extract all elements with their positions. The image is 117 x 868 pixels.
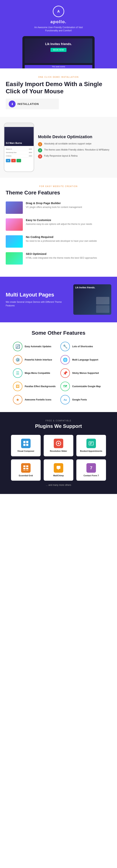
- other-feature-1: 🔧 Lots of Shortcodes: [60, 342, 104, 351]
- laptop-heading: Lik Invites friends.: [28, 42, 89, 46]
- laptop-book-btn[interactable]: BOOK NOW: [51, 48, 66, 52]
- core-feature-3: No Coding Required No need to be a profe…: [6, 235, 111, 248]
- phone-row-1: Debut #14000: [6, 148, 32, 151]
- phone-row-3: It Works2000: [6, 154, 32, 158]
- plugin-icon-0: [21, 439, 31, 448]
- other-icon-3: 🌐: [60, 355, 70, 365]
- other-icon-1: 🔧: [60, 342, 70, 351]
- other-label-4: Mega Menu Compatible: [25, 372, 50, 374]
- plugins-section: FREE & COMPATIBLE Plugins We Support Vis…: [0, 412, 117, 494]
- logo-circle: A: [53, 6, 64, 17]
- phone-btn-3[interactable]: +: [17, 159, 21, 162]
- core-text-4: SEO Optimized HTML code integrated into …: [26, 252, 97, 259]
- install-label: INSTALLATION: [18, 102, 39, 105]
- core-features-section: FOR EASY WEBSITE CREATION Theme Core Fea…: [0, 178, 117, 277]
- feature-num-2: 2: [38, 148, 42, 152]
- mobile-feature-1: 1 Absolutely all scrollable sections sup…: [38, 142, 113, 146]
- plugin-name-2: Booked Appointments: [80, 450, 103, 452]
- phone-content: Debut #14000 Somebody Else3000 It Works2…: [4, 146, 34, 164]
- svg-rect-6: [23, 465, 25, 467]
- other-title: Some Other Features: [4, 330, 113, 336]
- other-feature-5: 📌 Sticky Menus Supported: [60, 368, 104, 378]
- phone-btn-2[interactable]: ♥: [11, 159, 16, 162]
- other-features-section: Some Other Features 🔄 Easy Automatic Upd…: [0, 322, 117, 412]
- core-feature-title-4: SEO Optimized: [26, 252, 97, 255]
- other-icon-8: ★: [13, 395, 22, 404]
- hero-tagline: An Awesome User-Friendly Combination of …: [34, 26, 83, 32]
- mobile-feature-3: 3 Fully Responsive layout & Retina: [38, 154, 113, 158]
- svg-rect-0: [23, 441, 25, 443]
- core-thumb-1: [6, 202, 23, 214]
- plugins-title: Plugins We Support: [4, 423, 113, 429]
- plugin-card-5: 7 Contact Form 7: [76, 459, 106, 480]
- plugin-icon-1: [54, 439, 63, 448]
- core-title: Theme Core Features: [6, 190, 111, 196]
- other-feature-0: 🔄 Easy Automatic Updates: [13, 342, 57, 351]
- logo-icon: A: [57, 9, 60, 13]
- mobile-section: DJ Marc Burns Debut #14000 Somebody Else…: [0, 117, 117, 178]
- plugin-card-0: Visual Composer: [11, 435, 41, 456]
- mobile-feature-text-2: The theme uses Mobile Friendly sliders: …: [44, 148, 109, 152]
- hero-section: A apollo. An Awesome User-Friendly Combi…: [0, 0, 117, 68]
- other-feature-9: Aa Google Fonts: [60, 395, 104, 404]
- multi-title: Multi Layout Pages: [6, 291, 69, 298]
- multi-text: Multi Layout Pages We create Several Uni…: [6, 291, 69, 308]
- plugin-name-5: Contact Form 7: [84, 474, 99, 477]
- other-icon-7: 🗺: [60, 382, 70, 391]
- svg-rect-2: [23, 444, 25, 446]
- other-icon-6: 🖼: [13, 382, 22, 391]
- plugins-more: ... and many more others: [4, 484, 113, 486]
- brand-name: apollo.: [4, 20, 113, 24]
- svg-rect-3: [26, 444, 28, 446]
- core-feature-desc-2: Awesome easy-to-use options will adjust …: [26, 222, 92, 226]
- install-icon: ⬇: [9, 100, 16, 107]
- laptop-mockup: Lik Invites friends. BOOK NOW This week …: [22, 36, 95, 68]
- other-icon-4: ☰: [13, 368, 22, 378]
- plugins-badge: FREE & COMPATIBLE: [4, 420, 113, 422]
- other-label-5: Sticky Menus Supported: [72, 372, 99, 374]
- core-feature-title-1: Drag & Drop Page Builder: [26, 202, 82, 205]
- mobile-feature-text-1: Absolutely all scrollable sections suppo…: [44, 142, 91, 145]
- mobile-features-list: 1 Absolutely all scrollable sections sup…: [38, 142, 113, 158]
- svg-rect-10: [23, 470, 25, 470]
- mobile-content: Mobile Device Optimization 1 Absolutely …: [38, 134, 113, 160]
- other-feature-8: ★ Awesome Fontello Icons: [13, 395, 57, 404]
- plugin-name-0: Visual Composer: [17, 450, 34, 452]
- other-icon-5: 📌: [60, 368, 70, 378]
- phone-btn-row: ▶ ♥ +: [6, 159, 32, 162]
- other-feature-6: 🖼 Parallax Effect Backgrounds: [13, 382, 57, 391]
- other-label-8: Awesome Fontello Icons: [25, 398, 51, 401]
- multi-layout-section: Multi Layout Pages We create Several Uni…: [0, 277, 117, 322]
- other-label-1: Lots of Shortcodes: [72, 345, 93, 348]
- phone-btn-1[interactable]: ▶: [6, 159, 10, 162]
- plugin-name-1: Revolution Slider: [50, 450, 67, 452]
- other-feature-3: 🌐 Multi Language Support: [60, 355, 104, 365]
- other-label-2: Powerful Admin Interface: [25, 359, 52, 361]
- other-label-9: Google Fonts: [72, 398, 87, 401]
- core-thumb-2: [6, 218, 23, 231]
- other-label-3: Multi Language Support: [72, 359, 98, 361]
- plugin-icon-2: [86, 439, 96, 448]
- phone-mockup: DJ Marc Burns Debut #14000 Somebody Else…: [4, 123, 34, 172]
- core-feature-1: Drag & Drop Page Builder VC plugin offer…: [6, 202, 111, 214]
- plugin-name-3: Essential Grid: [19, 474, 33, 477]
- core-feature-2: Easy to Customize Awesome easy-to-use op…: [6, 218, 111, 231]
- core-feature-desc-1: VC plugin offers amazing tools for conte…: [26, 206, 82, 209]
- other-feature-7: 🗺 Customizable Google Map: [60, 382, 104, 391]
- plugins-grid: Visual Composer Revolution Slider Booked…: [11, 435, 106, 480]
- svg-rect-9: [26, 468, 28, 469]
- plugin-card-1: Revolution Slider: [44, 435, 73, 456]
- multi-image-box: Lik Invites friends.: [73, 284, 111, 315]
- plugin-card-2: Booked Appointments: [76, 435, 106, 456]
- mobile-title: Mobile Device Optimization: [38, 134, 113, 139]
- one-click-section: ONE CLICK DEMO INSTALLATION Easily Impor…: [0, 68, 117, 117]
- core-badge: FOR EASY WEBSITE CREATION: [6, 185, 111, 187]
- phone-notch: [4, 123, 34, 127]
- plugin-icon-4: [54, 463, 63, 473]
- other-feature-4: ☰ Mega Menu Compatible: [13, 368, 57, 378]
- week-bar: This week events: [25, 65, 92, 68]
- core-feature-title-2: Easy to Customize: [26, 218, 92, 222]
- plugin-name-4: MailChimp: [53, 474, 64, 477]
- plugin-card-3: Essential Grid: [11, 459, 41, 480]
- phone-dj-name: DJ Marc Burns: [6, 142, 22, 145]
